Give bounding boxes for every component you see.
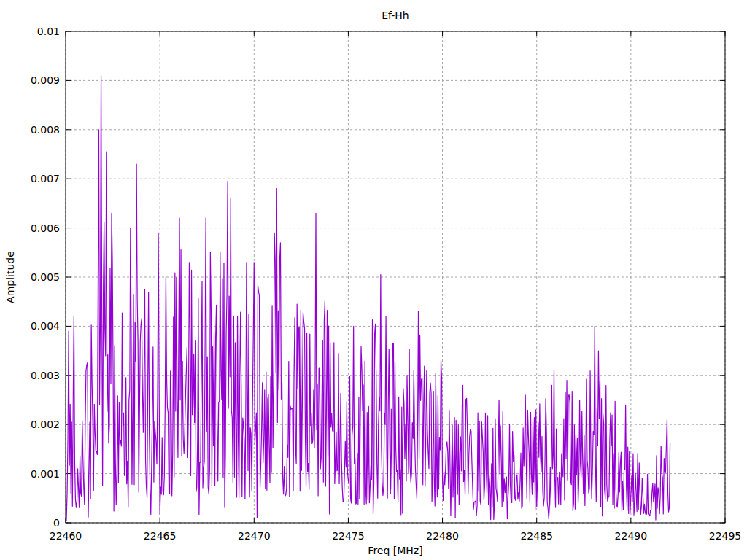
y-tick-label: 0.008 xyxy=(31,124,60,136)
x-axis-label: Freq [MHz] xyxy=(66,545,725,556)
y-tick-label: 0.003 xyxy=(31,370,60,381)
x-tick-label: 22495 xyxy=(709,530,742,542)
x-tick-label: 22485 xyxy=(520,530,553,542)
y-tick-label: 0.001 xyxy=(31,468,60,480)
chart-title: Ef-Hh xyxy=(66,9,725,21)
y-tick-label: 0.01 xyxy=(37,26,60,37)
y-axis-label: Amplitude xyxy=(4,251,16,303)
y-tick-label: 0.009 xyxy=(31,74,60,86)
y-tick-label: 0.006 xyxy=(31,222,60,234)
y-tick-label: 0.002 xyxy=(31,419,60,430)
x-tick-label: 22465 xyxy=(144,530,177,542)
plot-canvas: 2246022465224702247522480224852249022495… xyxy=(0,0,747,560)
spectrum-chart-page: 2246022465224702247522480224852249022495… xyxy=(0,0,747,560)
x-tick-label: 22480 xyxy=(426,530,459,542)
y-tick-label: 0.005 xyxy=(31,271,60,283)
x-tick-label: 22490 xyxy=(615,530,648,542)
y-tick-label: 0.007 xyxy=(31,173,60,184)
y-tick-label: 0 xyxy=(53,517,60,529)
x-tick-label: 22470 xyxy=(238,530,271,542)
x-tick-label: 22475 xyxy=(332,530,365,542)
x-tick-label: 22460 xyxy=(50,530,82,542)
spectrum-trace xyxy=(66,76,670,521)
y-tick-label: 0.004 xyxy=(31,320,60,332)
